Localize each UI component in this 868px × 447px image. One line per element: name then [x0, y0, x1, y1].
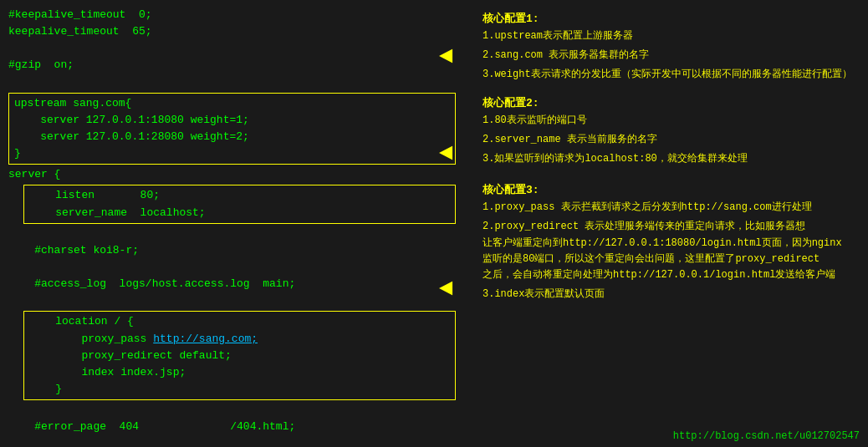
annotation-item-1-3: 3.weight表示请求的分发比重（实际开发中可以根据不同的服务器性能进行配置）	[483, 67, 858, 83]
location-line-1: location / {	[29, 313, 450, 330]
annotation-item-3-1: 1.proxy_pass 表示拦截到请求之后分发到http://sang.com…	[483, 200, 858, 216]
annotation-title-3: 核心配置3:	[483, 182, 858, 197]
blank-2	[8, 259, 456, 276]
arrow-2: ◄	[439, 140, 453, 166]
code-line-1: #keepalive_timeout 0;	[8, 7, 456, 23]
upstream-line-3: server 127.0.0.1:28080 weight=2;	[14, 129, 450, 145]
listen-line-2: server_name localhost;	[29, 205, 450, 221]
listen-block: listen 80; server_name localhost;	[23, 185, 456, 223]
location-line-2: proxy_pass http://sang.com;	[29, 331, 450, 348]
error-page-line: #error_page 404 /404.html;	[8, 419, 456, 435]
annotation-section-1: 核心配置1: 1.upstream表示配置上游服务器 2.sang.com 表示…	[483, 11, 858, 84]
blank-1	[8, 226, 456, 242]
code-line-3	[8, 40, 456, 57]
annotation-item-2-2: 2.server_name 表示当前服务的名字	[483, 132, 858, 148]
location-block: location / { proxy_pass http://sang.com;…	[23, 311, 456, 400]
access-log-line: #access_log logs/host.access.log main;	[8, 276, 456, 292]
annotation-panel: ◄ 核心配置1: 1.upstream表示配置上游服务器 2.sang.com …	[464, 0, 868, 447]
code-line-5	[8, 74, 456, 91]
annotation-section-3: 核心配置3: 1.proxy_pass 表示拦截到请求之后分发到http://s…	[483, 182, 858, 302]
charset-line: #charset koi8-r;	[8, 242, 456, 259]
annotation-title-2: 核心配置2:	[483, 95, 858, 110]
annotation-title-1: 核心配置1:	[483, 11, 858, 26]
annotation-item-3-5: 之后，会自动将重定向处理为http://127.0.0.1/login.html…	[483, 267, 858, 283]
annotation-item-3-6: 3.index表示配置默认页面	[483, 287, 858, 302]
upstream-line-1: upstream sang.com{	[14, 95, 450, 112]
watermark: http://blog.csdn.net/u012702547	[673, 430, 860, 442]
listen-line-1: listen 80;	[29, 187, 450, 204]
annotation-item-1-2: 2.sang.com 表示服务器集群的名字	[483, 48, 858, 63]
location-line-3: proxy_redirect default;	[29, 348, 450, 364]
annotation-item-2-3: 3.如果监听到的请求为localhost:80，就交给集群来处理	[483, 151, 858, 167]
upstream-block: upstream sang.com{ server 127.0.0.1:1808…	[8, 93, 456, 165]
code-panel: #keepalive_timeout 0; keepalive_timeout …	[0, 0, 464, 447]
annotation-section-2: 核心配置2: 1.80表示监听的端口号 2.server_name 表示当前服务…	[483, 95, 858, 168]
annotation-item-3-3: 让客户端重定向到http://127.0.0.1:18080/login.htm…	[483, 236, 858, 251]
code-line-4: #gzip on;	[8, 57, 456, 74]
upstream-line-4: }	[14, 145, 450, 162]
blank-5	[8, 435, 456, 447]
proxy-pass-link: http://sang.com;	[153, 333, 258, 345]
upstream-line-2: server 127.0.0.1:18080 weight=1;	[14, 112, 450, 129]
blank-4	[8, 402, 456, 419]
blank-3	[8, 292, 456, 309]
annotation-item-2-1: 1.80表示监听的端口号	[483, 113, 858, 129]
arrow-3: ◄	[439, 276, 453, 302]
annotation-item-3-4: 监听的是80端口，所以这个重定向会出问题，这里配置了proxy_redirect	[483, 251, 858, 267]
main-container: #keepalive_timeout 0; keepalive_timeout …	[0, 0, 868, 447]
code-line-2: keepalive_timeout 65;	[8, 23, 456, 40]
annotation-item-3-2: 2.proxy_redirect 表示处理服务端传来的重定向请求，比如服务器想	[483, 219, 858, 235]
server-header: server {	[8, 166, 456, 183]
location-line-4: index index.jsp;	[29, 364, 450, 381]
arrow-1: ◄	[439, 43, 453, 69]
location-line-5: }	[29, 381, 450, 398]
annotation-item-1-1: 1.upstream表示配置上游服务器	[483, 28, 858, 44]
